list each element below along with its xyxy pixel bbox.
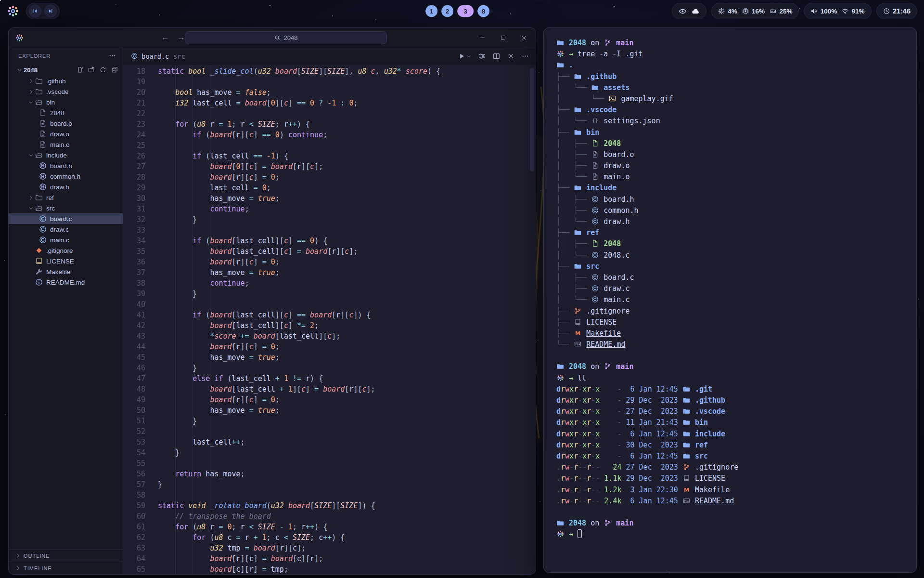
code-line-20[interactable]: 20 bool has_move = false; — [123, 87, 536, 98]
file-tree-item-Makefile[interactable]: Makefile — [9, 266, 123, 277]
code-line-59[interactable]: 59static void _rotate_board(u32 board[SI… — [123, 500, 536, 511]
code-line-64[interactable]: 64 board[r][c] = board[c][r]; — [123, 553, 536, 564]
media-prev-button[interactable] — [29, 5, 41, 17]
clock-widget[interactable]: 21:46 — [876, 3, 917, 19]
file-tree-item-board.h[interactable]: board.h — [9, 160, 123, 171]
close-editor-button[interactable] — [507, 53, 514, 60]
history-forward-button[interactable]: → — [177, 33, 185, 42]
terminal-window[interactable]: 2048 on main → tree -a -I .git .├── .git… — [543, 27, 917, 573]
file-tree-item-include[interactable]: include — [9, 150, 123, 160]
code-line-27[interactable]: 27 board[0][c] = board[r][c]; — [123, 161, 536, 172]
refresh-explorer-button[interactable] — [100, 66, 106, 73]
close-button[interactable] — [521, 35, 527, 41]
code-line-44[interactable]: 44 board[r][c] = 0; — [123, 342, 536, 352]
file-tree-item-board.c[interactable]: board.c — [9, 213, 123, 224]
audio-network-widget[interactable]: 100% 91% — [804, 3, 871, 19]
workspace-button-8[interactable]: 8 — [477, 5, 489, 17]
code-line-36[interactable]: 36 board[r][c] = 0; — [123, 257, 536, 267]
code-line-34[interactable]: 34 if (board[last_cell][c] == 0) { — [123, 236, 536, 246]
active-tab-filename[interactable]: board.c — [141, 53, 169, 60]
run-file-button[interactable] — [458, 53, 471, 60]
media-next-button[interactable] — [44, 5, 57, 17]
explorer-root-folder[interactable]: 2048 — [9, 64, 123, 76]
minimize-button[interactable] — [479, 35, 486, 41]
code-line-19[interactable]: 19 — [123, 77, 536, 87]
more-editor-actions-button[interactable] — [522, 53, 529, 60]
code-line-40[interactable]: 40 — [123, 299, 536, 310]
code-line-46[interactable]: 46 } — [123, 363, 536, 373]
code-line-65[interactable]: 65 board[c][r] = tmp; — [123, 564, 536, 574]
code-line-32[interactable]: 32 } — [123, 214, 536, 225]
code-line-21[interactable]: 21 i32 last_cell = board[0][c] == 0 ? -1… — [123, 98, 536, 108]
code-line-43[interactable]: 43 *score += board[last_cell][c]; — [123, 331, 536, 342]
editor-scrollbar[interactable] — [530, 68, 534, 171]
settings-sliders-button[interactable] — [478, 53, 486, 60]
file-tree-item-bin[interactable]: bin — [9, 97, 123, 107]
code-line-39[interactable]: 39 } — [123, 289, 536, 299]
file-tree-item-main.o[interactable]: main.o — [9, 139, 123, 150]
code-line-38[interactable]: 38 continue; — [123, 278, 536, 289]
code-line-52[interactable]: 52 — [123, 426, 536, 437]
code-line-45[interactable]: 45 has_move = true; — [123, 352, 536, 363]
code-line-25[interactable]: 25 — [123, 140, 536, 151]
code-line-23[interactable]: 23 for (u8 r = 1; r < SIZE; r++) { — [123, 119, 536, 130]
command-center-search[interactable]: 2048 — [185, 31, 387, 44]
file-tree-item-.vscode[interactable]: .vscode — [9, 86, 123, 97]
file-tree-item-.gitignore[interactable]: .gitignore — [9, 245, 123, 256]
code-line-53[interactable]: 53 last_cell++; — [123, 437, 536, 447]
code-line-61[interactable]: 61 for (u8 r = 0; r < SIZE - 1; r++) { — [123, 522, 536, 532]
file-tree-item-LICENSE[interactable]: LICENSE — [9, 256, 123, 266]
code-line-35[interactable]: 35 board[last_cell][c] = board[r][c]; — [123, 246, 536, 257]
file-tree-item-draw.c[interactable]: draw.c — [9, 224, 123, 235]
file-tree-item-common.h[interactable]: common.h — [9, 171, 123, 182]
timeline-section[interactable]: TIMELINE — [9, 562, 123, 574]
system-stats-widget[interactable]: 4% 16% 25% — [711, 3, 799, 19]
file-tree-item-main.c[interactable]: main.c — [9, 235, 123, 245]
code-line-58[interactable]: 58 — [123, 490, 536, 500]
file-tree-item-README.md[interactable]: README.md — [9, 277, 123, 288]
code-line-41[interactable]: 41 if (board[last_cell][c] == board[r][c… — [123, 310, 536, 320]
vscode-titlebar[interactable]: ← → 2048 — [9, 28, 536, 47]
new-folder-button[interactable] — [88, 66, 95, 73]
code-line-29[interactable]: 29 last_cell = 0; — [123, 183, 536, 193]
new-file-button[interactable] — [77, 66, 83, 73]
code-line-48[interactable]: 48 board[last_cell + 1][c] = board[r][c]… — [123, 384, 536, 394]
workspace-button-1[interactable]: 1 — [425, 5, 437, 17]
code-line-63[interactable]: 63 u32 tmp = board[r][c]; — [123, 543, 536, 553]
code-line-56[interactable]: 56 return has_move; — [123, 469, 536, 479]
code-line-54[interactable]: 54 } — [123, 447, 536, 458]
code-line-22[interactable]: 22 — [123, 108, 536, 119]
file-tree-item-.github[interactable]: .github — [9, 76, 123, 86]
code-line-51[interactable]: 51 } — [123, 416, 536, 426]
code-line-30[interactable]: 30 has_move = true; — [123, 193, 536, 204]
explorer-more-actions-button[interactable] — [109, 52, 116, 59]
split-editor-button[interactable] — [493, 53, 500, 60]
maximize-button[interactable] — [500, 35, 506, 41]
workspace-button-2[interactable]: 2 — [441, 5, 453, 17]
code-line-26[interactable]: 26 if (last_cell == -1) { — [123, 151, 536, 161]
file-tree-item-draw.o[interactable]: draw.o — [9, 129, 123, 139]
code-line-33[interactable]: 33 — [123, 225, 536, 236]
code-line-18[interactable]: 18static bool _slide_col(u32 board[SIZE]… — [123, 66, 536, 77]
workspace-button-3[interactable]: 3 — [457, 5, 474, 17]
code-line-37[interactable]: 37 has_move = true; — [123, 267, 536, 278]
code-line-50[interactable]: 50 has_move = true; — [123, 405, 536, 416]
code-line-42[interactable]: 42 board[last_cell][c] *= 2; — [123, 320, 536, 331]
code-editor[interactable]: 18static bool _slide_col(u32 board[SIZE]… — [123, 65, 536, 574]
code-line-24[interactable]: 24 if (board[r][c] == 0) continue; — [123, 130, 536, 140]
file-tree-item-src[interactable]: src — [9, 203, 123, 213]
code-line-28[interactable]: 28 board[r][c] = 0; — [123, 172, 536, 183]
collapse-folders-button[interactable] — [111, 66, 118, 73]
system-logo-gear-icon[interactable] — [7, 5, 19, 17]
outline-section[interactable]: OUTLINE — [9, 549, 123, 562]
code-line-31[interactable]: 31 continue; — [123, 204, 536, 214]
code-line-60[interactable]: 60 // transpose the board — [123, 511, 536, 522]
file-tree-item-ref[interactable]: ref — [9, 192, 123, 203]
code-line-47[interactable]: 47 else if (last_cell + 1 != r) { — [123, 373, 536, 384]
file-tree-item-2048[interactable]: 2048 — [9, 107, 123, 118]
code-line-62[interactable]: 62 for (u8 c = r + 1; c < SIZE; c++) { — [123, 532, 536, 543]
weather-widget[interactable] — [672, 3, 706, 19]
history-back-button[interactable]: ← — [161, 33, 169, 42]
code-line-55[interactable]: 55 — [123, 458, 536, 469]
file-tree-item-draw.h[interactable]: draw.h — [9, 182, 123, 192]
